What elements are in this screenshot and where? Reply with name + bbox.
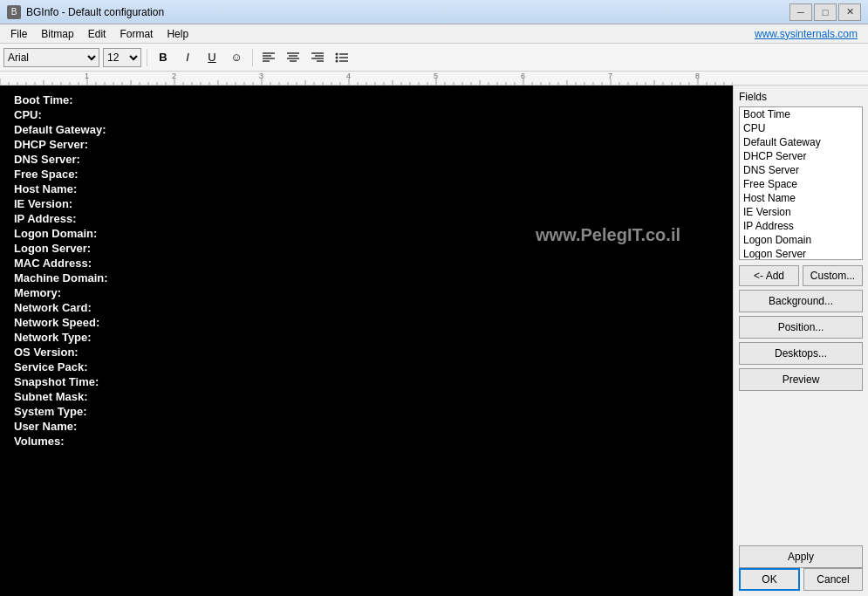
add-button[interactable]: <- Add	[739, 265, 799, 286]
row-label: Snapshot Time:	[10, 374, 176, 389]
menu-help[interactable]: Help	[160, 26, 195, 42]
watermark: www.PelegIT.co.il	[536, 225, 680, 245]
row-value	[176, 182, 722, 196]
row-label: System Type:	[10, 404, 176, 419]
add-custom-row: <- Add Custom...	[739, 265, 863, 286]
custom-button[interactable]: Custom...	[803, 265, 863, 286]
table-row: Subnet Mask:	[10, 389, 722, 404]
position-button[interactable]: Position...	[739, 316, 863, 339]
apply-button[interactable]: Apply	[739, 545, 863, 568]
app-icon: B	[7, 5, 21, 19]
ok-button[interactable]: OK	[739, 568, 800, 591]
row-value	[176, 360, 722, 374]
table-row: MAC Address:	[10, 256, 722, 271]
list-item[interactable]: IE Version	[740, 205, 862, 219]
toolbar-separator-1	[147, 49, 147, 66]
row-label: Memory:	[10, 285, 176, 300]
align-center-button[interactable]	[283, 48, 304, 67]
window-controls: ─ □ ✕	[789, 3, 861, 21]
list-item[interactable]: CPU	[740, 121, 862, 135]
bold-button[interactable]: B	[153, 48, 174, 67]
table-row: DNS Server:	[10, 152, 722, 167]
row-label: Free Space:	[10, 167, 176, 182]
fields-list[interactable]: Boot TimeCPUDefault GatewayDHCP ServerDN…	[739, 106, 863, 260]
desktops-button[interactable]: Desktops...	[739, 342, 863, 365]
sysinternals-link[interactable]: www.sysinternals.com	[755, 28, 865, 40]
row-value	[176, 122, 722, 137]
align-left-button[interactable]	[258, 48, 279, 67]
row-label: Network Type:	[10, 330, 176, 345]
table-row: IP Address:	[10, 211, 722, 226]
row-label: Default Gateway:	[10, 122, 176, 137]
row-label: Logon Server:	[10, 241, 176, 256]
close-button[interactable]: ✕	[838, 3, 861, 21]
table-row: Memory:	[10, 285, 722, 300]
menu-items: File Bitmap Edit Format Help	[3, 26, 195, 42]
svg-point-14	[336, 56, 338, 58]
table-row: OS Version:	[10, 345, 722, 360]
table-row: Network Type:	[10, 330, 722, 345]
text-canvas[interactable]: Boot Time:CPU:Default Gateway:DHCP Serve…	[0, 86, 733, 596]
row-label: IE Version:	[10, 196, 176, 211]
row-value	[176, 300, 722, 315]
row-value	[176, 196, 722, 211]
minimize-button[interactable]: ─	[789, 3, 812, 21]
align-right-button[interactable]	[307, 48, 328, 67]
list-button[interactable]	[331, 48, 352, 67]
row-label: Logon Domain:	[10, 226, 176, 241]
list-item[interactable]: Logon Domain	[740, 233, 862, 247]
row-value	[176, 374, 722, 389]
main-area: Boot Time:CPU:Default Gateway:DHCP Serve…	[0, 86, 868, 596]
list-item[interactable]: Default Gateway	[740, 135, 862, 149]
toolbar: Arial 12 B I U ☺	[0, 44, 868, 72]
row-value	[176, 345, 722, 360]
table-row: Network Card:	[10, 300, 722, 315]
table-row: User Name:	[10, 419, 722, 434]
cancel-button[interactable]: Cancel	[803, 568, 863, 591]
underline-button[interactable]: U	[202, 48, 222, 67]
row-value	[176, 256, 722, 271]
row-value	[176, 92, 722, 107]
list-item[interactable]: DHCP Server	[740, 149, 862, 163]
font-select[interactable]: Arial	[3, 48, 99, 67]
background-button[interactable]: Background...	[739, 290, 863, 312]
row-label: OS Version:	[10, 345, 176, 360]
table-row: IE Version:	[10, 196, 722, 211]
table-row: Network Speed:	[10, 315, 722, 330]
svg-point-16	[336, 59, 338, 62]
symbol-button[interactable]: ☺	[226, 48, 247, 67]
row-label: Service Pack:	[10, 360, 176, 374]
row-value	[176, 152, 722, 167]
content-table: Boot Time:CPU:Default Gateway:DHCP Serve…	[10, 92, 722, 449]
maximize-button[interactable]: □	[814, 3, 837, 21]
table-row: Volumes:	[10, 434, 722, 449]
italic-button[interactable]: I	[177, 48, 198, 67]
table-row: Boot Time:	[10, 92, 722, 107]
list-item[interactable]: IP Address	[740, 219, 862, 233]
row-label: Network Speed:	[10, 315, 176, 330]
list-item[interactable]: Boot Time	[740, 107, 862, 121]
preview-button[interactable]: Preview	[739, 368, 863, 391]
menu-bitmap[interactable]: Bitmap	[34, 26, 80, 42]
menu-edit[interactable]: Edit	[81, 26, 113, 42]
row-value	[176, 107, 722, 122]
title-bar-left: B BGInfo - Default configuration	[7, 5, 164, 19]
list-item[interactable]: DNS Server	[740, 163, 862, 177]
title-bar: B BGInfo - Default configuration ─ □ ✕	[0, 0, 868, 24]
table-row: CPU:	[10, 107, 722, 122]
list-item[interactable]: Host Name	[740, 191, 862, 205]
row-value	[176, 137, 722, 152]
row-label: User Name:	[10, 419, 176, 434]
list-item[interactable]: Free Space	[740, 177, 862, 191]
font-size-select[interactable]: 12	[103, 48, 141, 67]
list-item[interactable]: Logon Server	[740, 247, 862, 260]
row-label: MAC Address:	[10, 256, 176, 271]
row-value	[176, 271, 722, 285]
window-title: BGInfo - Default configuration	[26, 6, 164, 18]
table-row: Default Gateway:	[10, 122, 722, 137]
row-label: Host Name:	[10, 182, 176, 196]
ruler	[0, 72, 868, 86]
menu-file[interactable]: File	[3, 26, 34, 42]
menu-format[interactable]: Format	[113, 26, 160, 42]
table-row: Service Pack:	[10, 360, 722, 374]
